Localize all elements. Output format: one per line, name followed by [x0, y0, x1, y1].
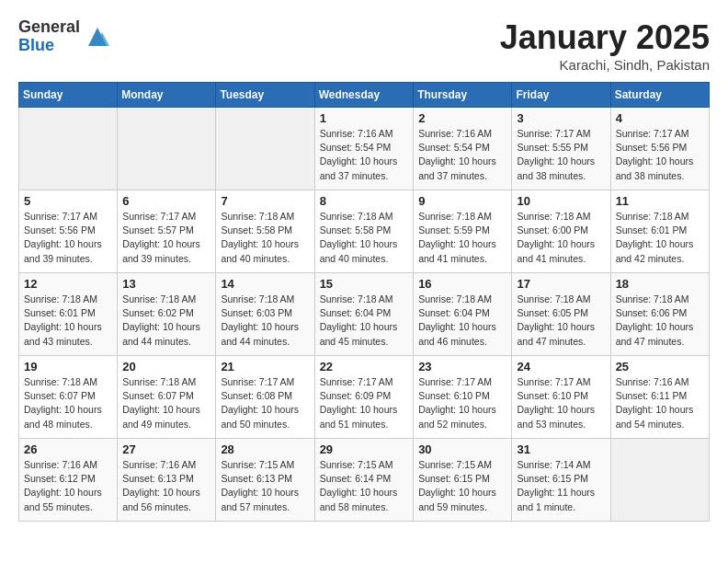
day-number: 6: [122, 194, 210, 208]
day-number: 15: [320, 277, 409, 291]
day-number: 12: [24, 277, 112, 291]
calendar-week-row: 19Sunrise: 7:18 AM Sunset: 6:07 PM Dayli…: [19, 356, 710, 439]
day-number: 30: [418, 442, 506, 456]
weekday-header: Tuesday: [216, 83, 314, 108]
day-info: Sunrise: 7:17 AM Sunset: 5:56 PM Dayligh…: [616, 127, 704, 183]
day-info: Sunrise: 7:17 AM Sunset: 5:57 PM Dayligh…: [122, 210, 210, 266]
day-info: Sunrise: 7:16 AM Sunset: 5:54 PM Dayligh…: [418, 127, 506, 183]
day-info: Sunrise: 7:14 AM Sunset: 6:15 PM Dayligh…: [517, 458, 605, 514]
day-number: 19: [24, 360, 112, 373]
day-info: Sunrise: 7:17 AM Sunset: 5:55 PM Dayligh…: [517, 127, 605, 183]
day-info: Sunrise: 7:18 AM Sunset: 6:04 PM Dayligh…: [320, 293, 409, 349]
calendar-cell: 8Sunrise: 7:18 AM Sunset: 5:58 PM Daylig…: [314, 190, 414, 273]
calendar-cell: 25Sunrise: 7:16 AM Sunset: 6:11 PM Dayli…: [610, 356, 709, 439]
calendar-cell: 28Sunrise: 7:15 AM Sunset: 6:13 PM Dayli…: [216, 439, 314, 522]
day-info: Sunrise: 7:16 AM Sunset: 6:13 PM Dayligh…: [122, 458, 210, 514]
day-number: 14: [221, 277, 309, 291]
calendar-cell: 29Sunrise: 7:15 AM Sunset: 6:14 PM Dayli…: [314, 439, 414, 522]
calendar-cell: 6Sunrise: 7:17 AM Sunset: 5:57 PM Daylig…: [118, 190, 216, 273]
calendar-week-row: 12Sunrise: 7:18 AM Sunset: 6:01 PM Dayli…: [19, 273, 710, 356]
day-number: 13: [122, 277, 210, 291]
weekday-header: Saturday: [610, 83, 709, 108]
calendar-cell: 10Sunrise: 7:18 AM Sunset: 6:00 PM Dayli…: [512, 190, 610, 273]
weekday-header: Monday: [118, 83, 216, 108]
calendar-cell: 9Sunrise: 7:18 AM Sunset: 5:59 PM Daylig…: [414, 190, 512, 273]
day-number: 3: [517, 111, 605, 125]
month-title: January 2025: [500, 18, 710, 57]
calendar-cell: [610, 439, 709, 522]
weekday-header: Wednesday: [314, 83, 414, 108]
day-number: 22: [320, 360, 409, 373]
calendar-cell: 26Sunrise: 7:16 AM Sunset: 6:12 PM Dayli…: [19, 439, 118, 522]
day-info: Sunrise: 7:18 AM Sunset: 6:07 PM Dayligh…: [122, 375, 210, 431]
calendar-cell: 30Sunrise: 7:15 AM Sunset: 6:15 PM Dayli…: [414, 439, 512, 522]
calendar-table: SundayMondayTuesdayWednesdayThursdayFrid…: [18, 82, 710, 522]
calendar-cell: 24Sunrise: 7:17 AM Sunset: 6:10 PM Dayli…: [512, 356, 610, 439]
calendar-cell: 12Sunrise: 7:18 AM Sunset: 6:01 PM Dayli…: [19, 273, 118, 356]
day-info: Sunrise: 7:17 AM Sunset: 6:08 PM Dayligh…: [221, 375, 309, 431]
day-info: Sunrise: 7:15 AM Sunset: 6:13 PM Dayligh…: [221, 458, 309, 514]
calendar-cell: 2Sunrise: 7:16 AM Sunset: 5:54 PM Daylig…: [414, 108, 512, 190]
calendar-week-row: 26Sunrise: 7:16 AM Sunset: 6:12 PM Dayli…: [19, 439, 710, 522]
day-info: Sunrise: 7:16 AM Sunset: 6:12 PM Dayligh…: [24, 458, 112, 514]
day-number: 27: [122, 442, 210, 456]
day-info: Sunrise: 7:18 AM Sunset: 6:02 PM Dayligh…: [122, 293, 210, 349]
day-info: Sunrise: 7:16 AM Sunset: 6:11 PM Dayligh…: [616, 375, 704, 431]
weekday-header: Sunday: [19, 83, 118, 108]
day-info: Sunrise: 7:18 AM Sunset: 6:00 PM Dayligh…: [517, 210, 605, 266]
logo-icon: [84, 23, 111, 51]
day-number: 21: [221, 360, 309, 373]
day-info: Sunrise: 7:16 AM Sunset: 5:54 PM Dayligh…: [320, 127, 409, 183]
day-number: 16: [418, 277, 506, 291]
day-number: 20: [122, 360, 210, 373]
day-number: 17: [517, 277, 605, 291]
calendar-cell: 27Sunrise: 7:16 AM Sunset: 6:13 PM Dayli…: [118, 439, 216, 522]
logo: General Blue: [18, 18, 111, 55]
logo-general: General: [18, 18, 80, 37]
calendar-cell: 15Sunrise: 7:18 AM Sunset: 6:04 PM Dayli…: [314, 273, 414, 356]
calendar-cell: 17Sunrise: 7:18 AM Sunset: 6:05 PM Dayli…: [512, 273, 610, 356]
weekday-header: Friday: [512, 83, 610, 108]
calendar-cell: 7Sunrise: 7:18 AM Sunset: 5:58 PM Daylig…: [216, 190, 314, 273]
day-info: Sunrise: 7:18 AM Sunset: 5:58 PM Dayligh…: [320, 210, 409, 266]
day-info: Sunrise: 7:18 AM Sunset: 5:59 PM Dayligh…: [418, 210, 506, 266]
day-number: 29: [320, 442, 409, 456]
calendar-cell: 1Sunrise: 7:16 AM Sunset: 5:54 PM Daylig…: [314, 108, 414, 190]
day-info: Sunrise: 7:18 AM Sunset: 6:07 PM Dayligh…: [24, 375, 112, 431]
day-number: 18: [616, 277, 704, 291]
calendar-cell: [216, 108, 314, 190]
day-number: 26: [24, 442, 112, 456]
calendar-week-row: 5Sunrise: 7:17 AM Sunset: 5:56 PM Daylig…: [19, 190, 710, 273]
calendar-cell: [19, 108, 118, 190]
day-number: 25: [616, 360, 704, 373]
day-info: Sunrise: 7:17 AM Sunset: 6:10 PM Dayligh…: [517, 375, 605, 431]
day-number: 2: [418, 111, 506, 125]
weekday-header: Thursday: [414, 83, 512, 108]
day-number: 10: [517, 194, 605, 208]
calendar-header-row: SundayMondayTuesdayWednesdayThursdayFrid…: [19, 83, 710, 108]
day-number: 1: [320, 111, 409, 125]
calendar-cell: 16Sunrise: 7:18 AM Sunset: 6:04 PM Dayli…: [414, 273, 512, 356]
day-info: Sunrise: 7:18 AM Sunset: 6:01 PM Dayligh…: [616, 210, 704, 266]
day-info: Sunrise: 7:18 AM Sunset: 6:03 PM Dayligh…: [221, 293, 309, 349]
day-info: Sunrise: 7:17 AM Sunset: 6:09 PM Dayligh…: [320, 375, 409, 431]
calendar-cell: 20Sunrise: 7:18 AM Sunset: 6:07 PM Dayli…: [118, 356, 216, 439]
calendar-week-row: 1Sunrise: 7:16 AM Sunset: 5:54 PM Daylig…: [19, 108, 710, 190]
day-number: 23: [418, 360, 506, 373]
day-number: 5: [24, 194, 112, 208]
day-info: Sunrise: 7:18 AM Sunset: 6:05 PM Dayligh…: [517, 293, 605, 349]
calendar-cell: 5Sunrise: 7:17 AM Sunset: 5:56 PM Daylig…: [19, 190, 118, 273]
calendar-cell: 22Sunrise: 7:17 AM Sunset: 6:09 PM Dayli…: [314, 356, 414, 439]
day-number: 11: [616, 194, 704, 208]
calendar-cell: 13Sunrise: 7:18 AM Sunset: 6:02 PM Dayli…: [118, 273, 216, 356]
calendar-cell: [118, 108, 216, 190]
day-number: 9: [418, 194, 506, 208]
calendar-cell: 19Sunrise: 7:18 AM Sunset: 6:07 PM Dayli…: [19, 356, 118, 439]
day-number: 4: [616, 111, 704, 125]
day-number: 28: [221, 442, 309, 456]
day-number: 7: [221, 194, 309, 208]
calendar-cell: 3Sunrise: 7:17 AM Sunset: 5:55 PM Daylig…: [512, 108, 610, 190]
day-info: Sunrise: 7:15 AM Sunset: 6:15 PM Dayligh…: [418, 458, 506, 514]
page-header: General Blue January 2025 Karachi, Sindh…: [18, 18, 710, 73]
day-number: 24: [517, 360, 605, 373]
